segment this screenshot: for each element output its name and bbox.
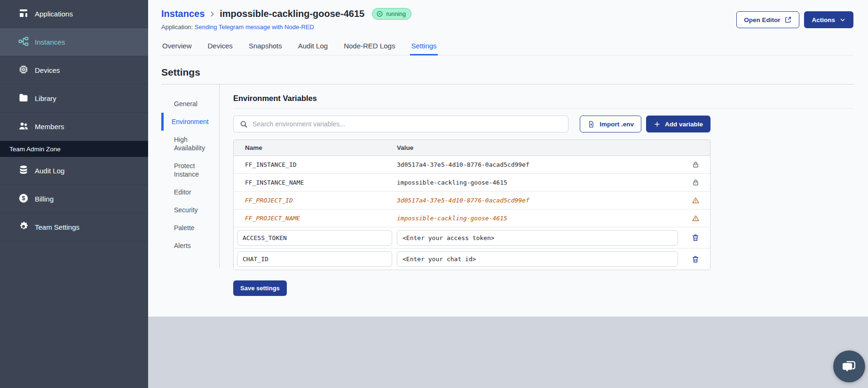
search-box — [233, 116, 568, 132]
sidebar-item-billing[interactable]: $ Billing — [0, 185, 148, 213]
page-title: Settings — [161, 67, 853, 78]
chat-icon — [841, 358, 858, 375]
svg-text:$: $ — [22, 195, 25, 202]
env-var-value-input[interactable] — [397, 251, 678, 267]
application-label: Application: — [161, 23, 193, 31]
subnav-item-high-availability[interactable]: High Availability — [161, 131, 219, 157]
sidebar-item-label: Audit Log — [35, 167, 64, 175]
subnav-item-editor[interactable]: Editor — [161, 183, 219, 201]
sidebar-item-label: Billing — [35, 195, 54, 203]
subnav-item-environment[interactable]: Environment — [161, 113, 219, 131]
env-var-name: FF_INSTANCE_NAME — [234, 179, 397, 186]
table-row: FF_PROJECT_NAME impossible-cackling-goos… — [234, 210, 710, 227]
application-link[interactable]: Sending Telegram message with Node-RED — [195, 23, 314, 31]
sidebar-item-library[interactable]: Library — [0, 85, 148, 113]
instance-name: impossible-cackling-goose-4615 — [220, 8, 364, 19]
sidebar-item-devices[interactable]: Devices — [0, 56, 148, 85]
environment-variables-section: Environment Variables Import .env — [220, 85, 853, 296]
trash-icon[interactable] — [681, 233, 710, 242]
tab-node-red-logs[interactable]: Node-RED Logs — [343, 38, 396, 55]
section-title: Environment Variables — [233, 94, 853, 109]
trash-icon[interactable] — [681, 255, 710, 264]
chevron-down-icon — [839, 16, 846, 23]
sidebar-item-label: Library — [35, 94, 56, 102]
env-var-value: impossible-cackling-goose-4615 — [397, 215, 681, 222]
sidebar-item-audit-log[interactable]: Audit Log — [0, 157, 148, 185]
add-variable-label: Add variable — [665, 121, 703, 128]
page-header: Instances impossible-cackling-goose-4615… — [161, 0, 853, 31]
env-var-name-input[interactable] — [237, 251, 392, 267]
env-var-name-cell — [234, 230, 397, 246]
subnav-item-general[interactable]: General — [161, 95, 219, 113]
sidebar-item-label: Team Settings — [35, 223, 79, 231]
add-variable-button[interactable]: Add variable — [646, 116, 710, 132]
sidebar-item-members[interactable]: Members — [0, 113, 148, 141]
subnav-item-security[interactable]: Security — [161, 201, 219, 219]
devices-icon — [18, 64, 29, 77]
table-row — [234, 248, 710, 270]
open-editor-label: Open Editor — [744, 16, 780, 23]
env-var-name-input[interactable] — [237, 230, 392, 246]
instance-tabs: Overview Devices Snapshots Audit Log Nod… — [161, 38, 853, 55]
sidebar-item-label: Applications — [35, 10, 73, 18]
env-var-value: 3d0517a4-37e5-4d10-8776-0acad5cd99ef — [397, 161, 681, 168]
chat-widget-button[interactable] — [833, 350, 865, 382]
save-settings-button[interactable]: Save settings — [233, 280, 287, 296]
tab-overview[interactable]: Overview — [161, 38, 193, 55]
applications-icon — [18, 8, 29, 20]
env-variables-table: Name Value FF_INSTANCE_ID 3d0517a4-37e5-… — [233, 140, 710, 270]
search-input[interactable] — [253, 120, 562, 128]
document-download-icon — [587, 120, 595, 128]
header-buttons: Open Editor Actions — [736, 8, 853, 31]
table-row: FF_PROJECT_ID 3d0517a4-37e5-4d10-8776-0a… — [234, 192, 710, 210]
table-row — [234, 227, 710, 248]
env-var-name-cell — [234, 251, 397, 267]
search-icon — [239, 120, 248, 129]
settings-body: General Environment High Availability Pr… — [161, 85, 853, 296]
actions-label: Actions — [812, 16, 835, 23]
import-env-button[interactable]: Import .env — [580, 116, 641, 132]
env-toolbar: Import .env Add variable — [233, 116, 710, 132]
sidebar-item-label: Members — [35, 123, 64, 131]
env-var-value-input[interactable] — [397, 230, 678, 246]
audit-log-icon — [18, 164, 29, 177]
main-panel: Instances impossible-cackling-goose-4615… — [148, 0, 868, 317]
env-var-value: impossible-cackling-goose-4615 — [397, 179, 681, 186]
sidebar-item-team-settings[interactable]: Team Settings — [0, 213, 148, 241]
tab-settings[interactable]: Settings — [410, 38, 437, 55]
instances-icon — [18, 36, 29, 48]
lock-icon — [681, 178, 710, 186]
environment-variables-body: Import .env Add variable Name Value — [233, 116, 710, 296]
application-line: Application: Sending Telegram message wi… — [161, 23, 411, 31]
subnav-item-protect-instance[interactable]: Protect Instance — [161, 157, 219, 183]
status-badge-label: running — [386, 11, 406, 17]
sidebar: Applications Instances Devices Library — [0, 0, 148, 388]
tab-snapshots[interactable]: Snapshots — [248, 38, 283, 55]
tab-audit-log[interactable]: Audit Log — [297, 38, 329, 55]
import-env-label: Import .env — [600, 121, 634, 128]
table-header: Name Value — [234, 140, 710, 156]
chevron-right-icon — [208, 10, 216, 18]
play-circle-icon — [376, 10, 383, 17]
subnav-item-alerts[interactable]: Alerts — [161, 237, 219, 255]
subnav-item-palette[interactable]: Palette — [161, 219, 219, 237]
open-editor-button[interactable]: Open Editor — [736, 11, 799, 28]
actions-button[interactable]: Actions — [804, 11, 853, 28]
env-var-name: FF_INSTANCE_ID — [234, 161, 397, 168]
gear-icon — [18, 221, 29, 233]
sidebar-item-instances[interactable]: Instances — [0, 28, 148, 56]
team-admin-zone-label: Team Admin Zone — [0, 141, 148, 157]
breadcrumb-instances-link[interactable]: Instances — [161, 8, 205, 19]
env-var-value-cell — [397, 251, 681, 267]
plus-icon — [654, 121, 661, 128]
sidebar-item-applications[interactable]: Applications — [0, 0, 148, 28]
warning-icon — [681, 196, 710, 204]
breadcrumb: Instances impossible-cackling-goose-4615… — [161, 8, 411, 20]
tab-devices[interactable]: Devices — [207, 38, 234, 55]
env-var-value: 3d0517a4-37e5-4d10-8776-0acad5cd99ef — [397, 197, 681, 204]
warning-icon — [681, 214, 710, 222]
settings-subnav: General Environment High Availability Pr… — [161, 85, 219, 296]
billing-icon: $ — [18, 193, 29, 205]
env-var-name: FF_PROJECT_NAME — [234, 215, 397, 222]
library-icon — [18, 92, 29, 105]
